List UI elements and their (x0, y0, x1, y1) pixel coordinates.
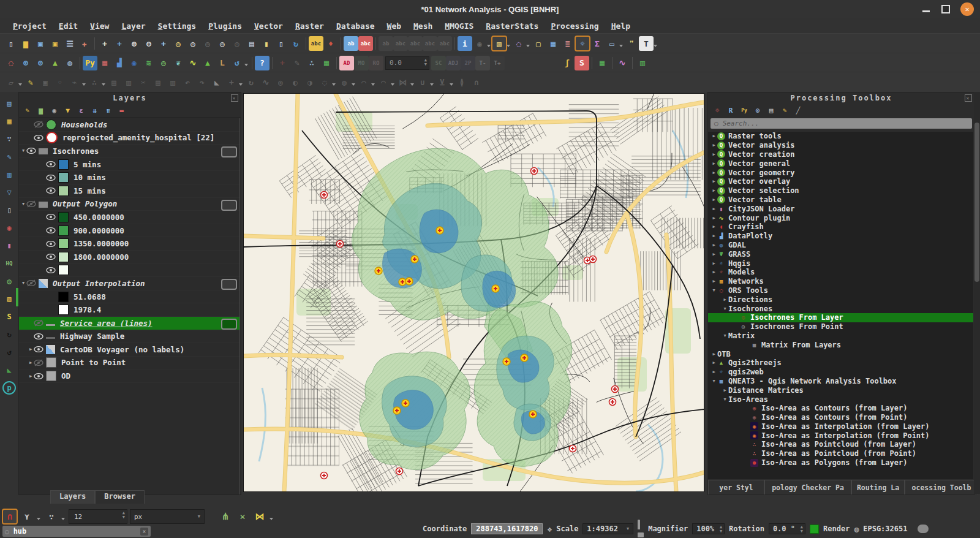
add-ring[interactable]: ◎ (273, 75, 288, 90)
select-rectangle-caret[interactable] (507, 45, 510, 49)
add-group[interactable]: ▆ (35, 105, 47, 116)
expander-icon[interactable]: ▶ (710, 369, 717, 374)
map-tips[interactable]: ❞ (624, 36, 639, 51)
options-icon[interactable]: ╱ (793, 105, 804, 116)
layers-panel-close-icon[interactable]: ✕ (231, 94, 238, 102)
move-feature[interactable]: + (224, 75, 239, 90)
tracing-button[interactable]: ⋈ (252, 509, 267, 524)
delete-selected[interactable]: ▥ (121, 75, 136, 90)
layer-item[interactable]: 450.0000000 (19, 211, 239, 224)
layer-item[interactable]: 1350.0000000 (19, 237, 239, 251)
processing-tree-item[interactable]: ▶QVector analysis (708, 141, 973, 150)
filter-legend[interactable]: ▼ (62, 105, 74, 116)
help-btn[interactable]: ? (255, 56, 270, 70)
enable-snapping-button[interactable]: ∩ (2, 509, 17, 524)
visibility-on-icon[interactable] (46, 240, 56, 248)
snap-units-select[interactable]: px▼ (130, 509, 205, 524)
simplify-feature[interactable]: ∿ (258, 75, 273, 90)
visibility-on-icon[interactable] (46, 187, 56, 194)
snap-intersection-button[interactable]: ✕ (235, 509, 250, 524)
vertex-editor[interactable]: ∴ (304, 56, 319, 70)
pan-map[interactable]: + (97, 36, 112, 51)
project-save-as[interactable]: ▣ (48, 36, 62, 51)
expander-icon[interactable]: ▶ (710, 170, 717, 175)
field-calculator[interactable]: ≣ (560, 36, 575, 51)
processing-tree-item[interactable]: ∴Iso-Area as Pointcloud (from Point) (708, 449, 973, 458)
processing-tree-item[interactable]: ∴Iso-Area as Pointcloud (from Layer) (708, 440, 973, 449)
offset-curve[interactable]: ◠ (376, 75, 391, 90)
cad-T-minus[interactable]: T- (475, 56, 490, 70)
redo-circle[interactable]: ↻ (2, 328, 16, 341)
models-icon[interactable]: ☼ (712, 105, 723, 116)
ors-tools[interactable]: ◌ (4, 56, 18, 70)
expander-icon[interactable]: ▼ (722, 306, 728, 311)
layer-item[interactable]: ▶CartoDB Voyager (no labels) (19, 343, 239, 357)
layer-item[interactable]: ▶OD (19, 369, 239, 383)
visibility-on-icon[interactable] (26, 147, 36, 154)
expander-icon[interactable]: ▼ (20, 202, 26, 206)
layer-item[interactable]: 900.0000000 (19, 224, 239, 238)
locator-bar[interactable]: ○ ✕ (2, 526, 151, 537)
cad-pointer[interactable]: ✎ (290, 56, 304, 70)
undo-arc-caret[interactable] (244, 64, 248, 68)
processing-tree-item[interactable]: ▶◖Crayfish (708, 222, 973, 232)
zoom-last[interactable]: ◎ (215, 36, 230, 51)
expand-all[interactable]: ⇊ (89, 105, 100, 116)
visibility-on-icon[interactable] (46, 174, 56, 181)
run-feature-action-caret[interactable] (487, 45, 491, 49)
advanced-digitizing-panel[interactable]: ◣ (209, 75, 224, 90)
layer-item[interactable]: ▼Output Polygon (19, 198, 239, 211)
expander-icon[interactable]: ▶ (710, 161, 717, 166)
locator-input[interactable] (12, 526, 137, 536)
bottom-dock-tab-0[interactable]: yer Styl (708, 480, 764, 494)
processing-tree-item[interactable]: ◉Iso-Area as Contours (from Point) (708, 413, 973, 422)
visibility-off-icon[interactable] (26, 279, 36, 287)
project-properties[interactable]: ☰ (62, 36, 77, 51)
delete-part[interactable]: ◍ (337, 75, 352, 90)
expander-icon[interactable]: ▼ (710, 288, 717, 293)
new-bookmark[interactable]: ▤ (244, 36, 259, 51)
text-annotation[interactable]: T (639, 36, 654, 51)
results-viewer-icon[interactable]: ▤ (766, 105, 777, 116)
reshape-features[interactable]: ⌒ (356, 75, 371, 90)
scrollbar-thumb[interactable] (974, 123, 979, 282)
statistical-summary[interactable]: Σ (590, 36, 605, 51)
dock-tab-layers[interactable]: Layers (50, 490, 95, 504)
add-line-feature-caret[interactable] (82, 83, 86, 88)
snap-tolerance-spin[interactable]: 12▲▼ (69, 509, 127, 524)
measure-caret[interactable] (619, 45, 623, 49)
split-features[interactable]: ⋈ (396, 75, 410, 90)
processing-tree-item[interactable]: ▶ΨGRASS (708, 249, 973, 259)
processing-tree-item[interactable]: ▶QVector creation (708, 150, 973, 159)
expander-icon[interactable]: ▼ (710, 379, 717, 384)
cad-SC[interactable]: SC (431, 56, 446, 70)
menu-database[interactable]: Database (331, 20, 380, 32)
qgis2threejs[interactable]: ▲ (48, 56, 62, 70)
processing-search[interactable]: ○ (710, 118, 972, 129)
layer-item[interactable]: Service area (lines) (19, 317, 239, 330)
mmqgis-tools[interactable]: ≋ (141, 56, 156, 70)
menu-processing[interactable]: Processing (545, 20, 604, 32)
snap-on-vertex-button[interactable]: ⋎ (20, 509, 34, 524)
add-table[interactable]: ▦ (595, 56, 609, 70)
project-new[interactable]: ▯ (4, 36, 18, 51)
dem-terrain[interactable]: ▲ (200, 56, 215, 70)
serval-s[interactable]: S (2, 310, 16, 324)
render-checkbox[interactable] (810, 525, 819, 534)
merge-features-caret[interactable] (430, 83, 434, 88)
messages-icon[interactable] (918, 525, 929, 533)
label-abc[interactable]: abc (309, 36, 323, 51)
lock-scale-icon[interactable] (638, 521, 644, 537)
expander-icon[interactable]: ▼ (20, 148, 26, 153)
python-icon[interactable]: Py (739, 105, 750, 116)
vertex-tool[interactable]: ∴ (87, 75, 102, 90)
quickmapservices[interactable]: ❦ (171, 56, 186, 70)
label-abc-red[interactable]: abc (358, 36, 373, 51)
bottom-dock-tab-1[interactable]: pology Checker Pa (764, 480, 851, 494)
layer-indicator-badge[interactable] (221, 146, 237, 157)
crs-globe-icon[interactable]: ◍ (854, 525, 859, 534)
menu-raster[interactable]: Raster (290, 20, 330, 32)
processing-tree-item[interactable]: ▶▟DataPlotly (708, 232, 973, 241)
processing-tree-item[interactable]: ▶∿Contour plugin (708, 213, 973, 222)
coordinate-field[interactable]: 288743,1617820 (471, 523, 543, 534)
